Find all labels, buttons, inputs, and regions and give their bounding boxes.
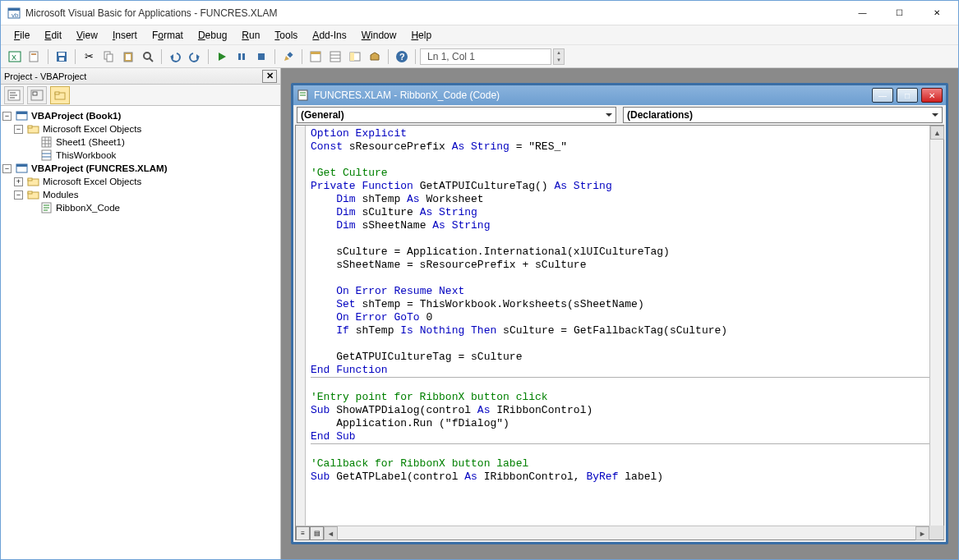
cut-button[interactable]: ✂ [80,48,98,66]
child-minimize-button[interactable]: — [872,88,893,103]
workbook-label: ThisWorkbook [56,150,116,160]
folder-node[interactable]: − Microsoft Excel Objects [2,122,279,135]
svg-rect-54 [16,164,27,167]
redo-button[interactable] [186,48,204,66]
svg-rect-20 [242,53,245,60]
project-tree[interactable]: − VBAProject (Book1) − Microsoft Excel O… [1,106,280,559]
folder-node[interactable]: + Microsoft Excel Objects [2,175,279,188]
properties-button[interactable] [326,48,344,66]
full-module-view-button[interactable]: ▤ [310,526,324,540]
module-icon [297,89,310,102]
break-button[interactable] [233,48,251,66]
sheet-label: Sheet1 (Sheet1) [56,137,125,147]
code-combos: (General) (Declarations) [293,105,946,125]
collapse-icon[interactable]: − [14,125,23,134]
svg-rect-9 [59,57,64,61]
svg-text:X: X [12,53,16,62]
toolbar-overflow[interactable]: ▲▼ [553,48,565,65]
reset-button[interactable] [252,48,270,66]
paste-button[interactable] [119,48,137,66]
svg-rect-26 [330,52,340,62]
mdi-area: FUNCRES.XLAM - RibbonX_Code (Code) — □ ✕… [281,68,958,559]
vbaproject-icon [16,110,29,122]
svg-rect-6 [31,53,36,55]
maximize-button[interactable]: ☐ [881,2,918,25]
code-area: Option Explicit Const sResourcePrefix As… [295,125,944,540]
folder-node[interactable]: − Modules [2,188,279,201]
view-code-button[interactable] [4,86,24,104]
design-mode-button[interactable] [279,48,297,66]
help-button[interactable]: ? [393,48,411,66]
toolbox-button[interactable] [366,48,384,66]
svg-rect-19 [238,53,241,60]
margin-indicator-bar[interactable] [296,126,306,539]
menu-debug[interactable]: Debug [191,28,233,43]
view-object-button[interactable] [27,86,47,104]
scroll-left-icon[interactable]: ◄ [324,526,338,540]
menu-help[interactable]: Help [404,28,438,43]
expand-icon[interactable]: + [14,177,23,186]
folder-label: Microsoft Excel Objects [43,177,141,186]
view-excel-button[interactable]: X [6,48,24,66]
client-area: Project - VBAProject ✕ − VBAProject (Boo… [1,68,958,559]
app-window: vb Microsoft Visual Basic for Applicatio… [0,0,959,560]
menu-bar: File Edit View Insert Format Debug Run T… [1,25,958,45]
scroll-up-icon[interactable]: ▲ [930,126,944,140]
worksheet-icon [40,136,53,148]
procedure-combo[interactable]: (Declarations) [623,107,943,123]
vertical-scrollbar[interactable]: ▲ ▼ [929,126,943,539]
close-button[interactable]: ✕ [918,2,955,25]
svg-rect-50 [42,150,51,160]
insert-module-button[interactable] [25,48,44,66]
svg-rect-40 [55,92,59,94]
menu-view[interactable]: View [70,28,104,43]
project-node[interactable]: − VBAProject (FUNCRES.XLAM) [2,162,279,175]
module-node[interactable]: RibbonX_Code [2,201,279,214]
svg-rect-13 [126,54,131,60]
object-combo[interactable]: (General) [297,107,616,123]
child-close-button[interactable]: ✕ [921,88,943,103]
child-maximize-button[interactable]: □ [897,88,918,103]
menu-run[interactable]: Run [235,28,266,43]
menu-insert[interactable]: Insert [106,28,144,43]
collapse-icon[interactable]: − [2,112,12,121]
menu-file[interactable]: File [7,28,36,43]
cursor-position: Ln 1, Col 1 [420,48,551,65]
panel-close-button[interactable]: ✕ [262,70,277,83]
procedure-view-button[interactable]: ≡ [296,526,310,540]
scroll-right-icon[interactable]: ► [915,526,929,540]
toggle-folders-button[interactable] [50,86,70,104]
run-button[interactable] [213,48,231,66]
svg-text:?: ? [399,52,405,62]
workbook-node[interactable]: ThisWorkbook [2,149,279,162]
svg-rect-42 [16,112,27,114]
module-label: RibbonX_Code [56,203,120,213]
svg-rect-21 [258,53,265,60]
svg-rect-5 [30,52,38,62]
horizontal-scrollbar[interactable]: ≡ ▤ ◄ ► [296,526,929,539]
collapse-icon[interactable]: − [2,164,12,173]
project-label: VBAProject (Book1) [31,111,121,121]
sheet-node[interactable]: Sheet1 (Sheet1) [2,135,279,149]
folder-label: Modules [43,190,78,200]
project-explorer-header[interactable]: Project - VBAProject ✕ [1,68,280,85]
menu-tools[interactable]: Tools [268,28,304,43]
code-window-titlebar[interactable]: FUNCRES.XLAM - RibbonX_Code (Code) — □ ✕ [293,85,946,105]
menu-format[interactable]: Format [145,28,190,43]
collapse-icon[interactable]: − [14,190,23,200]
project-node[interactable]: − VBAProject (Book1) [2,109,279,122]
svg-rect-1 [8,8,20,11]
menu-window[interactable]: Window [355,28,403,43]
minimize-button[interactable]: — [844,2,881,25]
undo-button[interactable] [166,48,184,66]
save-button[interactable] [53,48,71,66]
menu-addins[interactable]: Add-Ins [306,28,353,43]
find-button[interactable] [139,48,157,66]
code-editor[interactable]: Option Explicit Const sResourcePrefix As… [306,126,929,539]
project-explorer-button[interactable] [307,48,325,66]
object-browser-button[interactable] [346,48,364,66]
copy-button[interactable] [99,48,118,66]
menu-edit[interactable]: Edit [38,28,68,43]
vbaproject-icon [16,163,29,174]
svg-rect-11 [107,54,113,62]
